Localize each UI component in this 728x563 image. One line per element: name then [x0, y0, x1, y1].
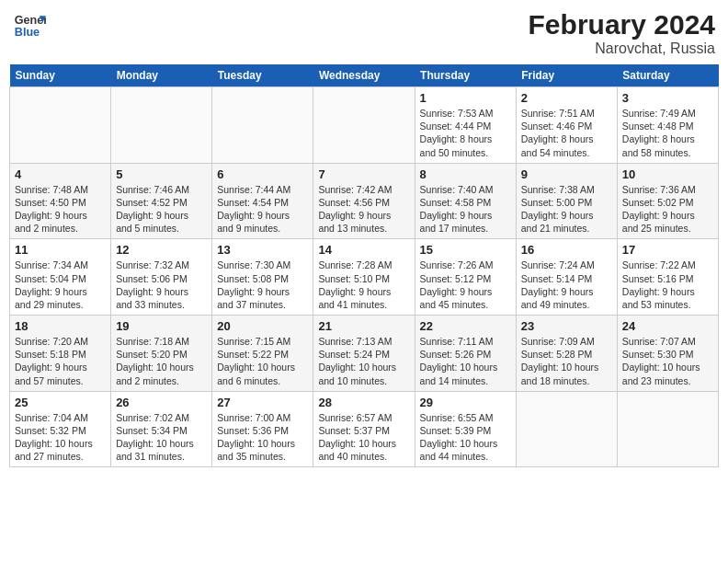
day-info: Sunrise: 7:44 AM Sunset: 4:54 PM Dayligh…: [217, 183, 308, 236]
calendar-day: 5Sunrise: 7:46 AM Sunset: 4:52 PM Daylig…: [111, 163, 212, 239]
day-info: Sunrise: 7:18 AM Sunset: 5:20 PM Dayligh…: [116, 335, 207, 387]
calendar-week: 1Sunrise: 7:53 AM Sunset: 4:44 PM Daylig…: [10, 87, 719, 164]
day-number: 20: [217, 319, 308, 333]
day-info: Sunrise: 7:30 AM Sunset: 5:08 PM Dayligh…: [217, 259, 308, 311]
calendar-day: 20Sunrise: 7:15 AM Sunset: 5:22 PM Dayli…: [212, 316, 313, 392]
page-title: February 2024: [529, 9, 715, 40]
logo: General Blue: [13, 9, 46, 42]
day-info: Sunrise: 7:11 AM Sunset: 5:26 PM Dayligh…: [420, 335, 511, 387]
day-number: 29: [420, 396, 511, 409]
day-info: Sunrise: 7:04 AM Sunset: 5:32 PM Dayligh…: [15, 411, 106, 464]
day-number: 7: [318, 167, 409, 181]
weekday-header: Saturday: [617, 64, 718, 87]
calendar-body: 1Sunrise: 7:53 AM Sunset: 4:44 PM Daylig…: [10, 87, 719, 467]
calendar-day: 19Sunrise: 7:18 AM Sunset: 5:20 PM Dayli…: [111, 316, 212, 392]
day-info: Sunrise: 7:28 AM Sunset: 5:10 PM Dayligh…: [318, 259, 409, 311]
calendar-header: SundayMondayTuesdayWednesdayThursdayFrid…: [10, 64, 719, 87]
day-number: 23: [521, 319, 612, 333]
day-number: 14: [318, 243, 409, 257]
logo-icon: General Blue: [13, 9, 46, 42]
calendar-table: SundayMondayTuesdayWednesdayThursdayFrid…: [9, 64, 719, 467]
calendar-day: 12Sunrise: 7:32 AM Sunset: 5:06 PM Dayli…: [111, 239, 212, 316]
day-number: 5: [116, 167, 207, 181]
day-number: 17: [622, 243, 713, 257]
title-block: February 2024 Narovchat, Russia: [529, 9, 715, 57]
calendar-day: 4Sunrise: 7:48 AM Sunset: 4:50 PM Daylig…: [10, 163, 111, 239]
day-info: Sunrise: 6:55 AM Sunset: 5:39 PM Dayligh…: [420, 411, 511, 464]
day-number: 21: [318, 319, 409, 333]
day-info: Sunrise: 7:26 AM Sunset: 5:12 PM Dayligh…: [420, 259, 511, 311]
day-info: Sunrise: 7:22 AM Sunset: 5:16 PM Dayligh…: [622, 259, 713, 311]
day-info: Sunrise: 7:02 AM Sunset: 5:34 PM Dayligh…: [116, 411, 207, 464]
calendar-day: 22Sunrise: 7:11 AM Sunset: 5:26 PM Dayli…: [415, 316, 516, 392]
day-number: 22: [420, 319, 511, 333]
day-info: Sunrise: 7:34 AM Sunset: 5:04 PM Dayligh…: [15, 259, 106, 311]
calendar-day: 29Sunrise: 6:55 AM Sunset: 5:39 PM Dayli…: [415, 391, 516, 467]
calendar-day: 16Sunrise: 7:24 AM Sunset: 5:14 PM Dayli…: [516, 239, 617, 316]
day-number: 25: [15, 396, 106, 409]
calendar-day: 10Sunrise: 7:36 AM Sunset: 5:02 PM Dayli…: [617, 163, 718, 239]
day-info: Sunrise: 7:00 AM Sunset: 5:36 PM Dayligh…: [217, 411, 308, 464]
day-number: 9: [521, 167, 612, 181]
calendar-week: 25Sunrise: 7:04 AM Sunset: 5:32 PM Dayli…: [10, 391, 719, 467]
day-info: Sunrise: 7:46 AM Sunset: 4:52 PM Dayligh…: [116, 183, 207, 236]
calendar-day: [313, 87, 415, 164]
calendar-week: 11Sunrise: 7:34 AM Sunset: 5:04 PM Dayli…: [10, 239, 719, 316]
calendar-day: 17Sunrise: 7:22 AM Sunset: 5:16 PM Dayli…: [617, 239, 718, 316]
calendar-day: [516, 391, 617, 467]
day-info: Sunrise: 7:38 AM Sunset: 5:00 PM Dayligh…: [521, 183, 612, 236]
day-number: 10: [622, 167, 713, 181]
day-number: 8: [420, 167, 511, 181]
day-number: 19: [116, 319, 207, 333]
day-number: 3: [622, 91, 713, 105]
day-info: Sunrise: 7:42 AM Sunset: 4:56 PM Dayligh…: [318, 183, 409, 236]
calendar-day: 23Sunrise: 7:09 AM Sunset: 5:28 PM Dayli…: [516, 316, 617, 392]
day-number: 15: [420, 243, 511, 257]
day-number: 28: [318, 396, 409, 409]
calendar-day: [617, 391, 718, 467]
calendar-day: 21Sunrise: 7:13 AM Sunset: 5:24 PM Dayli…: [313, 316, 415, 392]
calendar-day: 13Sunrise: 7:30 AM Sunset: 5:08 PM Dayli…: [212, 239, 313, 316]
day-number: 26: [116, 396, 207, 409]
calendar-week: 18Sunrise: 7:20 AM Sunset: 5:18 PM Dayli…: [10, 316, 719, 392]
calendar-day: 2Sunrise: 7:51 AM Sunset: 4:46 PM Daylig…: [516, 87, 617, 164]
calendar-day: 7Sunrise: 7:42 AM Sunset: 4:56 PM Daylig…: [313, 163, 415, 239]
day-info: Sunrise: 7:09 AM Sunset: 5:28 PM Dayligh…: [521, 335, 612, 387]
calendar-day: 9Sunrise: 7:38 AM Sunset: 5:00 PM Daylig…: [516, 163, 617, 239]
day-info: Sunrise: 6:57 AM Sunset: 5:37 PM Dayligh…: [318, 411, 409, 464]
day-number: 27: [217, 396, 308, 409]
weekday-header: Monday: [111, 64, 212, 87]
day-info: Sunrise: 7:40 AM Sunset: 4:58 PM Dayligh…: [420, 183, 511, 236]
day-info: Sunrise: 7:36 AM Sunset: 5:02 PM Dayligh…: [622, 183, 713, 236]
day-info: Sunrise: 7:49 AM Sunset: 4:48 PM Dayligh…: [622, 107, 713, 159]
day-number: 11: [15, 243, 106, 257]
calendar-day: [111, 87, 212, 164]
day-number: 2: [521, 91, 612, 105]
day-info: Sunrise: 7:20 AM Sunset: 5:18 PM Dayligh…: [15, 335, 106, 387]
calendar-day: 18Sunrise: 7:20 AM Sunset: 5:18 PM Dayli…: [10, 316, 111, 392]
page-subtitle: Narovchat, Russia: [529, 40, 715, 57]
day-number: 4: [15, 167, 106, 181]
calendar-day: 28Sunrise: 6:57 AM Sunset: 5:37 PM Dayli…: [313, 391, 415, 467]
day-info: Sunrise: 7:13 AM Sunset: 5:24 PM Dayligh…: [318, 335, 409, 387]
day-number: 1: [420, 91, 511, 105]
calendar-day: 1Sunrise: 7:53 AM Sunset: 4:44 PM Daylig…: [415, 87, 516, 164]
weekday-header: Sunday: [10, 64, 111, 87]
calendar-day: 6Sunrise: 7:44 AM Sunset: 4:54 PM Daylig…: [212, 163, 313, 239]
weekday-header: Thursday: [415, 64, 516, 87]
calendar-week: 4Sunrise: 7:48 AM Sunset: 4:50 PM Daylig…: [10, 163, 719, 239]
day-number: 6: [217, 167, 308, 181]
calendar-day: 14Sunrise: 7:28 AM Sunset: 5:10 PM Dayli…: [313, 239, 415, 316]
calendar-day: 24Sunrise: 7:07 AM Sunset: 5:30 PM Dayli…: [617, 316, 718, 392]
day-number: 12: [116, 243, 207, 257]
day-info: Sunrise: 7:24 AM Sunset: 5:14 PM Dayligh…: [521, 259, 612, 311]
day-info: Sunrise: 7:51 AM Sunset: 4:46 PM Dayligh…: [521, 107, 612, 159]
calendar-day: [212, 87, 313, 164]
calendar-day: 11Sunrise: 7:34 AM Sunset: 5:04 PM Dayli…: [10, 239, 111, 316]
day-info: Sunrise: 7:32 AM Sunset: 5:06 PM Dayligh…: [116, 259, 207, 311]
calendar-day: [10, 87, 111, 164]
day-number: 18: [15, 319, 106, 333]
svg-text:Blue: Blue: [15, 26, 40, 39]
day-info: Sunrise: 7:15 AM Sunset: 5:22 PM Dayligh…: [217, 335, 308, 387]
day-info: Sunrise: 7:53 AM Sunset: 4:44 PM Dayligh…: [420, 107, 511, 159]
